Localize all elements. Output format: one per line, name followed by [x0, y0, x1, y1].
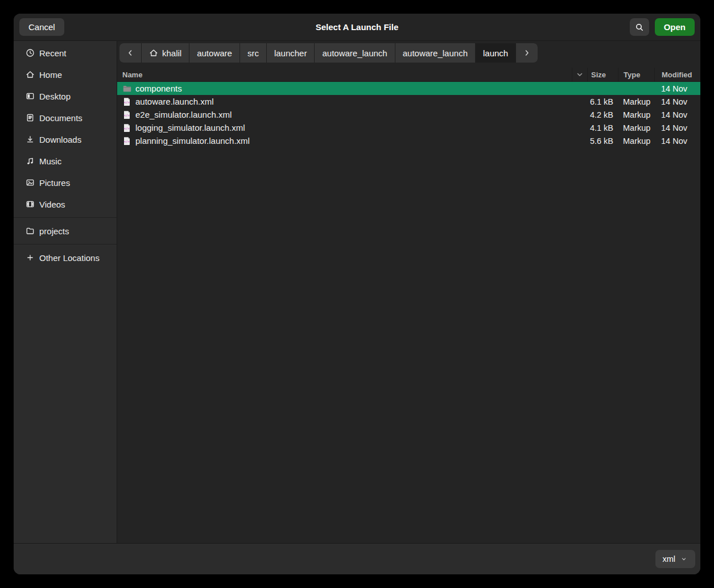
sidebar-item-pictures[interactable]: Pictures [16, 172, 114, 193]
file-type-cell: Markup [618, 97, 654, 106]
sidebar-item-documents[interactable]: Documents [16, 107, 114, 129]
column-header-size[interactable]: Size [587, 68, 618, 81]
sidebar-item-desktop[interactable]: Desktop [16, 85, 114, 107]
file-modified-cell: 14 Nov [654, 136, 700, 146]
file-type-cell: Markup [618, 136, 654, 146]
svg-text:</>: </> [124, 126, 130, 130]
file-filter-label: xml [662, 554, 675, 564]
sidebar-item-label: Downloads [39, 135, 81, 144]
file-row-e2e-simulator-launch-xml[interactable]: </>e2e_simulator.launch.xml4.2 kBMarkup1… [117, 108, 700, 121]
breadcrumb-segment-label: launcher [274, 48, 307, 58]
clock-icon [26, 48, 35, 57]
file-chooser-dialog: Cancel Select A Launch File Open RecentH… [14, 14, 700, 574]
sidebar-item-label: Other Locations [39, 253, 100, 263]
xml-file-icon: </> [122, 110, 131, 119]
breadcrumb-segment-autoware[interactable]: autoware [189, 43, 240, 63]
sidebar-item-videos[interactable]: Videos [16, 193, 114, 215]
xml-file-icon: </> [122, 97, 131, 106]
file-name-label: components [135, 84, 182, 93]
sidebar-other-locations-wrap: Other Locations [14, 247, 117, 268]
search-button[interactable] [630, 18, 649, 36]
sidebar-item-label: Home [39, 70, 62, 80]
breadcrumb-segment-khalil[interactable]: khalil [142, 43, 189, 63]
sidebar-item-downloads[interactable]: Downloads [16, 129, 114, 150]
file-name-label: logging_simulator.launch.xml [135, 123, 245, 132]
svg-text:</>: </> [124, 139, 130, 143]
sidebar-item-music[interactable]: Music [16, 150, 114, 172]
music-icon [26, 156, 35, 165]
breadcrumb-segment-launcher[interactable]: launcher [267, 43, 315, 63]
file-size-cell: 5.6 kB [587, 136, 618, 146]
plus-icon [26, 253, 35, 262]
file-type-cell: Markup [618, 123, 654, 132]
file-name-label: planning_simulator.launch.xml [135, 136, 250, 146]
breadcrumb-segment-label: launch [483, 48, 508, 58]
sidebar-item-label: Desktop [39, 92, 71, 101]
file-size-cell: 4.1 kB [587, 123, 618, 132]
open-button[interactable]: Open [655, 18, 695, 36]
sidebar-item-recent[interactable]: Recent [16, 42, 114, 64]
file-type-cell: Markup [618, 110, 654, 119]
folder-solid-icon [122, 84, 131, 93]
breadcrumb-segment-launch[interactable]: launch [476, 43, 515, 63]
file-row-components[interactable]: components14 Nov [117, 82, 700, 95]
sidebar-separator [14, 244, 117, 245]
header-actions: Open [630, 18, 695, 36]
chevron-right-icon [522, 48, 531, 57]
home-icon [149, 48, 158, 57]
path-back-button[interactable] [119, 43, 141, 63]
sidebar-item-home[interactable]: Home [16, 64, 114, 85]
film-icon [26, 200, 35, 209]
download-icon [26, 135, 35, 144]
pathbar-area: khalilautowaresrclauncherautoware_launch… [117, 41, 700, 66]
places-sidebar: RecentHomeDesktopDocumentsDownloadsMusic… [14, 41, 117, 543]
sidebar-item-label: projects [39, 226, 69, 236]
sidebar-item-other-locations[interactable]: Other Locations [16, 247, 114, 268]
column-header-modified[interactable]: Modified [654, 68, 700, 81]
xml-file-icon: </> [122, 136, 131, 146]
file-list-header: Name Size Type Modified [117, 68, 700, 82]
file-row-autoware-launch-xml[interactable]: </>autoware.launch.xml6.1 kBMarkup14 Nov [117, 95, 700, 108]
file-name-cell: </>e2e_simulator.launch.xml [117, 110, 572, 119]
path-forward-button[interactable] [516, 43, 538, 63]
column-header-name[interactable]: Name [117, 71, 572, 79]
sidebar-item-projects[interactable]: projects [16, 220, 114, 242]
breadcrumb-segment-label: autoware_launch [322, 48, 387, 58]
column-header-type[interactable]: Type [618, 68, 654, 81]
file-size-cell: 6.1 kB [587, 97, 618, 106]
document-icon [26, 113, 35, 122]
file-name-cell: </>logging_simulator.launch.xml [117, 123, 572, 132]
folder-icon [26, 226, 35, 235]
file-modified-cell: 14 Nov [654, 97, 700, 106]
cancel-button[interactable]: Cancel [19, 18, 64, 36]
breadcrumb-segment-label: src [247, 48, 259, 58]
sidebar-item-label: Pictures [39, 178, 70, 188]
breadcrumb-segment-src[interactable]: src [240, 43, 266, 63]
dialog-body: RecentHomeDesktopDocumentsDownloadsMusic… [14, 41, 700, 543]
breadcrumb-segment-autoware-launch[interactable]: autoware_launch [395, 43, 475, 63]
breadcrumb-segment-label: khalil [162, 48, 181, 58]
file-name-cell: </>autoware.launch.xml [117, 97, 572, 106]
file-filter-dropdown[interactable]: xml [655, 550, 695, 568]
file-row-planning-simulator-launch-xml[interactable]: </>planning_simulator.launch.xml5.6 kBMa… [117, 134, 700, 147]
chevron-left-icon [126, 48, 135, 57]
xml-file-icon: </> [122, 123, 131, 132]
sidebar-places-list: RecentHomeDesktopDocumentsDownloadsMusic… [14, 42, 117, 215]
file-name-label: autoware.launch.xml [135, 97, 214, 106]
breadcrumb-segment-label: autoware_launch [403, 48, 468, 58]
chevron-down-icon [679, 554, 688, 564]
file-size-cell: 4.2 kB [587, 110, 618, 119]
breadcrumb: khalilautowaresrclauncherautoware_launch… [119, 43, 538, 63]
sidebar-item-label: Videos [39, 200, 65, 209]
breadcrumb-segment-autoware-launch[interactable]: autoware_launch [315, 43, 394, 63]
file-modified-cell: 14 Nov [654, 123, 700, 132]
file-modified-cell: 14 Nov [654, 110, 700, 119]
sort-indicator[interactable] [572, 68, 587, 81]
svg-text:</>: </> [124, 100, 130, 103]
search-icon [635, 23, 644, 32]
file-row-logging-simulator-launch-xml[interactable]: </>logging_simulator.launch.xml4.1 kBMar… [117, 121, 700, 134]
sidebar-separator [14, 217, 117, 218]
chevron-down-icon [575, 70, 584, 79]
file-name-cell: </>planning_simulator.launch.xml [117, 136, 572, 146]
desktop-icon [26, 92, 35, 101]
